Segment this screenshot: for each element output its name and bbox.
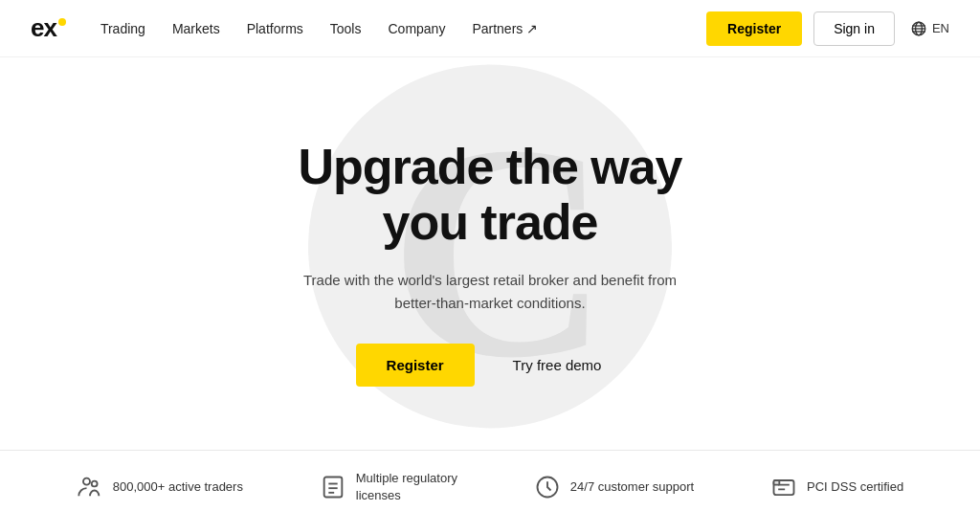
hero-register-button[interactable]: Register (356, 344, 475, 387)
hero-section: C Upgrade the way you trade Trade with t… (0, 57, 980, 450)
svg-point-5 (83, 478, 90, 485)
hero-demo-button[interactable]: Try free demo (490, 344, 625, 387)
stat-support-text: 24/7 customer support (570, 478, 694, 496)
hero-title-line1: Upgrade the way (298, 139, 681, 194)
navbar: ex Trading Markets Platforms Tools Compa… (0, 0, 980, 57)
stat-pci-text: PCI DSS certified (807, 478, 903, 496)
stat-support: 24/7 customer support (534, 474, 694, 500)
stat-traders: 800,000+ active traders (77, 474, 243, 500)
nav-links: Trading Markets Platforms Tools Company … (100, 21, 706, 36)
hero-buttons: Register Try free demo (289, 344, 691, 387)
globe-icon (910, 20, 927, 37)
svg-rect-7 (323, 478, 342, 498)
stat-licenses: Multiple regulatorylicenses (320, 470, 457, 504)
stat-pci: PCI DSS certified (770, 474, 903, 500)
nav-right: Register Sign in EN (706, 11, 949, 46)
support-icon (534, 474, 561, 500)
signin-button[interactable]: Sign in (813, 11, 895, 46)
stat-divider-2 (495, 470, 496, 504)
hero-title-line2: you trade (382, 194, 597, 250)
logo-dot (58, 18, 66, 26)
language-selector[interactable]: EN (910, 20, 949, 37)
stats-bar: 800,000+ active traders Multiple regulat… (0, 450, 980, 511)
stat-traders-text: 800,000+ active traders (113, 478, 243, 496)
svg-rect-13 (774, 480, 780, 485)
logo-text: ex (31, 13, 56, 43)
nav-trading[interactable]: Trading (100, 21, 145, 36)
stat-licenses-text: Multiple regulatorylicenses (356, 470, 457, 504)
nav-partners[interactable]: Partners ↗ (472, 21, 538, 36)
licenses-icon (320, 474, 346, 500)
lang-label: EN (932, 21, 949, 35)
logo[interactable]: ex (31, 13, 66, 43)
stat-divider-3 (732, 470, 733, 504)
hero-content: Upgrade the way you trade Trade with the… (289, 140, 691, 386)
register-button[interactable]: Register (706, 11, 802, 46)
hero-title: Upgrade the way you trade (289, 140, 691, 249)
pci-icon (770, 474, 797, 500)
hero-subtitle: Trade with the world's largest retail br… (289, 269, 691, 315)
stat-divider-1 (280, 470, 281, 504)
nav-markets[interactable]: Markets (172, 21, 220, 36)
nav-tools[interactable]: Tools (330, 21, 362, 36)
nav-platforms[interactable]: Platforms (247, 21, 303, 36)
traders-icon (77, 474, 103, 500)
nav-company[interactable]: Company (388, 21, 445, 36)
svg-point-6 (91, 481, 97, 487)
